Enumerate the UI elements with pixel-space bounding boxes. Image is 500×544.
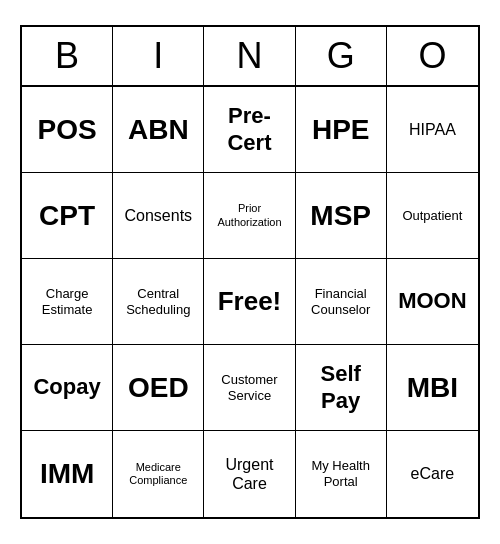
bingo-cell-text-3-2: Customer Service — [208, 372, 290, 403]
bingo-cell-1-0: CPT — [22, 173, 113, 259]
bingo-cell-3-4: MBI — [387, 345, 478, 431]
bingo-cell-text-4-0: IMM — [40, 457, 94, 491]
header-letter-i: I — [113, 27, 204, 85]
bingo-cell-2-2: Free! — [204, 259, 295, 345]
header-letter-n: N — [204, 27, 295, 85]
bingo-cell-2-1: Central Scheduling — [113, 259, 204, 345]
bingo-header: BINGO — [22, 27, 478, 87]
header-letter-g: G — [296, 27, 387, 85]
bingo-cell-text-4-3: My Health Portal — [300, 458, 382, 489]
bingo-cell-text-1-2: Prior Authorization — [208, 202, 290, 228]
bingo-cell-4-3: My Health Portal — [296, 431, 387, 517]
bingo-cell-text-4-4: eCare — [411, 464, 455, 483]
bingo-cell-text-1-1: Consents — [124, 206, 192, 225]
bingo-cell-text-2-3: Financial Counselor — [300, 286, 382, 317]
bingo-cell-text-2-2: Free! — [218, 286, 282, 317]
bingo-cell-1-3: MSP — [296, 173, 387, 259]
bingo-cell-1-2: Prior Authorization — [204, 173, 295, 259]
bingo-cell-text-0-2: Pre-Cert — [208, 103, 290, 156]
bingo-cell-3-1: OED — [113, 345, 204, 431]
bingo-cell-text-0-4: HIPAA — [409, 120, 456, 139]
bingo-cell-text-1-0: CPT — [39, 199, 95, 233]
bingo-grid: POSABNPre-CertHPEHIPAACPTConsentsPrior A… — [22, 87, 478, 517]
bingo-cell-text-0-3: HPE — [312, 113, 370, 147]
bingo-cell-2-4: MOON — [387, 259, 478, 345]
bingo-cell-text-2-0: Charge Estimate — [26, 286, 108, 317]
bingo-cell-0-1: ABN — [113, 87, 204, 173]
bingo-cell-text-1-3: MSP — [310, 199, 371, 233]
bingo-cell-0-2: Pre-Cert — [204, 87, 295, 173]
bingo-cell-text-3-4: MBI — [407, 371, 458, 405]
header-letter-b: B — [22, 27, 113, 85]
bingo-cell-text-3-1: OED — [128, 371, 189, 405]
bingo-cell-4-1: Medicare Compliance — [113, 431, 204, 517]
bingo-cell-text-0-1: ABN — [128, 113, 189, 147]
bingo-cell-3-0: Copay — [22, 345, 113, 431]
bingo-cell-2-3: Financial Counselor — [296, 259, 387, 345]
bingo-cell-2-0: Charge Estimate — [22, 259, 113, 345]
bingo-cell-4-0: IMM — [22, 431, 113, 517]
bingo-cell-text-4-1: Medicare Compliance — [117, 461, 199, 487]
bingo-cell-3-2: Customer Service — [204, 345, 295, 431]
bingo-cell-0-0: POS — [22, 87, 113, 173]
header-letter-o: O — [387, 27, 478, 85]
bingo-cell-text-4-2: Urgent Care — [208, 455, 290, 493]
bingo-cell-4-4: eCare — [387, 431, 478, 517]
bingo-cell-text-3-3: Self Pay — [300, 361, 382, 414]
bingo-cell-text-2-1: Central Scheduling — [117, 286, 199, 317]
bingo-cell-1-1: Consents — [113, 173, 204, 259]
bingo-cell-1-4: Outpatient — [387, 173, 478, 259]
bingo-cell-text-2-4: MOON — [398, 288, 466, 314]
bingo-cell-4-2: Urgent Care — [204, 431, 295, 517]
bingo-cell-0-4: HIPAA — [387, 87, 478, 173]
bingo-card: BINGO POSABNPre-CertHPEHIPAACPTConsentsP… — [20, 25, 480, 519]
bingo-cell-text-0-0: POS — [38, 113, 97, 147]
bingo-cell-3-3: Self Pay — [296, 345, 387, 431]
bingo-cell-text-3-0: Copay — [33, 374, 100, 400]
bingo-cell-text-1-4: Outpatient — [402, 208, 462, 224]
bingo-cell-0-3: HPE — [296, 87, 387, 173]
